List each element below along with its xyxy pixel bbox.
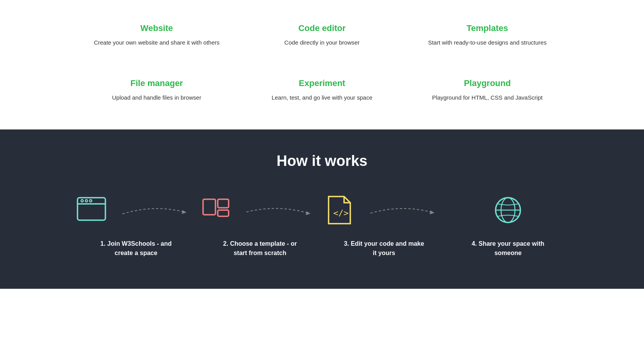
- feature-playground-desc: Playground for HTML, CSS and JavaScript: [420, 93, 554, 102]
- step-1-icon-row: [74, 193, 198, 228]
- feature-website-desc: Create your own website and share it wit…: [90, 38, 224, 47]
- svg-marker-9: [306, 211, 310, 215]
- feature-playground: Playground Playground for HTML, CSS and …: [405, 71, 570, 110]
- step-4-label: 4. Share your space with someone: [465, 239, 551, 258]
- arrow-2-icon: [233, 204, 322, 216]
- features-section: Website Create your own website and shar…: [0, 0, 644, 129]
- svg-point-2: [81, 200, 83, 202]
- globe-icon: [491, 193, 525, 228]
- feature-code-editor-desc: Code directly in your browser: [255, 38, 389, 47]
- steps-container: 1. Join W3Schools - and create a space: [51, 193, 593, 258]
- feature-file-manager-title: File manager: [90, 78, 224, 88]
- feature-templates-title: Templates: [420, 23, 554, 33]
- feature-code-editor-title: Code editor: [255, 23, 389, 33]
- step-1: 1. Join W3Schools - and create a space: [74, 193, 198, 258]
- step-2-label: 2. Choose a template - or start from scr…: [217, 239, 303, 258]
- svg-rect-6: [203, 199, 215, 215]
- step-3: </> 3. Edit your code and make it yours: [322, 193, 446, 258]
- how-it-works-title: How it works: [0, 153, 644, 169]
- feature-website: Website Create your own website and shar…: [74, 16, 239, 55]
- feature-experiment: Experiment Learn, test, and go live with…: [239, 71, 405, 110]
- step-3-label: 3. Edit your code and make it yours: [341, 239, 427, 258]
- feature-templates: Templates Start with ready-to-use design…: [405, 16, 570, 55]
- step-2: 2. Choose a template - or start from scr…: [198, 193, 322, 258]
- feature-website-title: Website: [90, 23, 224, 33]
- step-4: 4. Share your space with someone: [446, 193, 570, 258]
- svg-point-4: [90, 200, 92, 202]
- feature-experiment-desc: Learn, test, and go live with your space: [255, 93, 389, 102]
- step-3-icon-row: </>: [322, 193, 446, 228]
- feature-file-manager-desc: Upload and handle files in browser: [90, 93, 224, 102]
- step-2-icon-row: [198, 193, 322, 228]
- svg-rect-8: [218, 199, 229, 208]
- feature-playground-title: Playground: [420, 78, 554, 88]
- feature-code-editor: Code editor Code directly in your browse…: [239, 16, 405, 55]
- arrow-1-icon: [109, 204, 198, 216]
- svg-rect-7: [218, 210, 229, 216]
- feature-experiment-title: Experiment: [255, 78, 389, 88]
- template-icon: [198, 193, 233, 228]
- feature-templates-desc: Start with ready-to-use designs and stru…: [420, 38, 554, 47]
- code-file-icon: </>: [322, 193, 357, 228]
- arrow-3-icon: [357, 204, 446, 216]
- step-4-icon-row: [446, 193, 570, 228]
- svg-text:</>: </>: [333, 208, 349, 218]
- svg-marker-5: [182, 210, 186, 214]
- svg-point-3: [85, 200, 88, 202]
- svg-marker-11: [430, 210, 434, 214]
- feature-file-manager: File manager Upload and handle files in …: [74, 71, 239, 110]
- step-1-label: 1. Join W3Schools - and create a space: [93, 239, 179, 258]
- features-grid: Website Create your own website and shar…: [51, 16, 593, 110]
- browser-icon: [74, 193, 109, 228]
- how-it-works-section: How it works: [0, 129, 644, 289]
